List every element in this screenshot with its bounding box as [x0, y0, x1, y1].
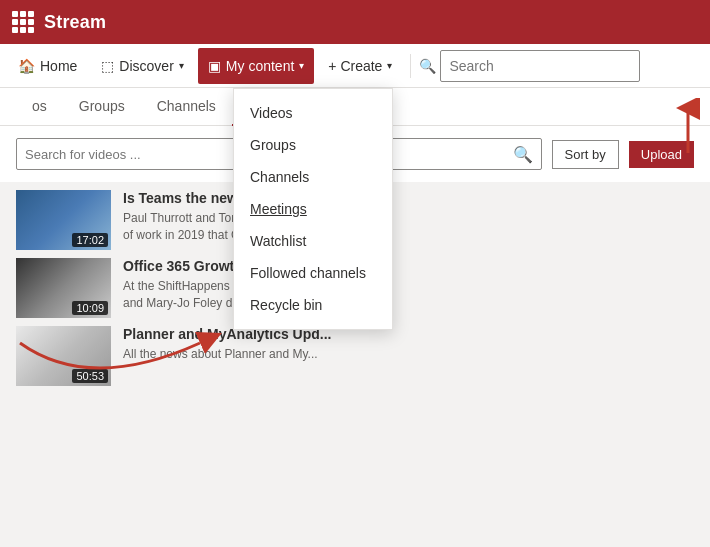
dropdown-channels[interactable]: Channels	[234, 161, 392, 193]
main-area: os Groups Channels Meetings 🔍 Sort by Up…	[0, 88, 710, 547]
top-bar: Stream	[0, 0, 710, 44]
dropdown-recycle[interactable]: Recycle bin	[234, 289, 392, 321]
dropdown-menu: Videos Groups Channels Meetings Watchlis…	[233, 88, 393, 330]
dropdown-watchlist[interactable]: Watchlist	[234, 225, 392, 257]
discover-nav[interactable]: ⬚ Discover ▾	[91, 48, 193, 84]
app-title: Stream	[44, 12, 106, 33]
home-nav[interactable]: 🏠 Home	[8, 48, 87, 84]
my-content-icon: ▣	[208, 58, 221, 74]
nav-divider	[410, 54, 411, 78]
dropdown-overlay: Videos Groups Channels Meetings Watchlis…	[0, 88, 710, 547]
search-box[interactable]	[440, 50, 640, 82]
create-chevron: ▾	[387, 60, 392, 71]
left-arrow-annotation	[10, 313, 230, 377]
search-icon: 🔍	[419, 58, 436, 74]
search-input[interactable]	[449, 58, 631, 74]
nav-bar: 🏠 Home ⬚ Discover ▾ ▣ My content ▾ + Cre…	[0, 44, 710, 88]
discover-label: Discover	[119, 58, 173, 74]
create-nav[interactable]: + Create ▾	[318, 48, 402, 84]
my-content-chevron: ▾	[299, 60, 304, 71]
dropdown-followed[interactable]: Followed channels	[234, 257, 392, 289]
my-content-label: My content	[226, 58, 294, 74]
discover-icon: ⬚	[101, 58, 114, 74]
discover-chevron: ▾	[179, 60, 184, 71]
my-content-nav[interactable]: ▣ My content ▾	[198, 48, 314, 84]
home-label: Home	[40, 58, 77, 74]
create-label: + Create	[328, 58, 382, 74]
waffle-icon[interactable]	[12, 11, 34, 33]
dropdown-groups[interactable]: Groups	[234, 129, 392, 161]
dropdown-meetings[interactable]: Meetings	[234, 193, 392, 225]
home-icon: 🏠	[18, 58, 35, 74]
dropdown-videos[interactable]: Videos	[234, 97, 392, 129]
